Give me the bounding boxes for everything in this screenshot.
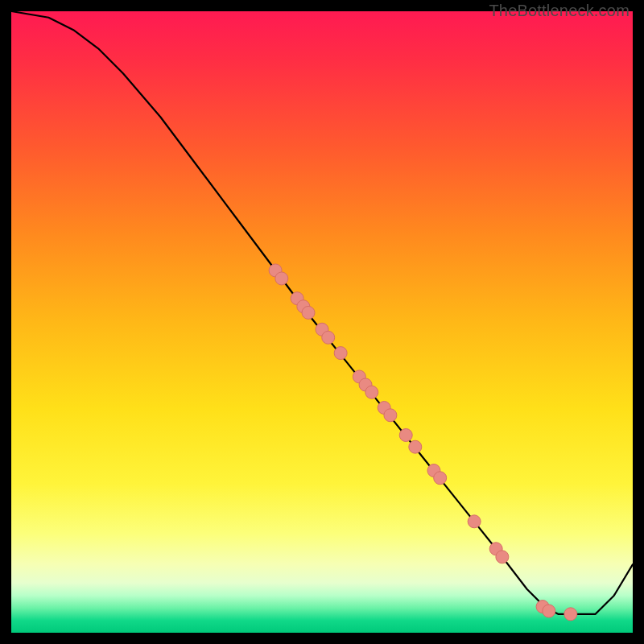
plot-background bbox=[11, 11, 633, 633]
chart-frame: TheBottleneck.com bbox=[0, 0, 644, 644]
watermark-text: TheBottleneck.com bbox=[489, 2, 630, 20]
